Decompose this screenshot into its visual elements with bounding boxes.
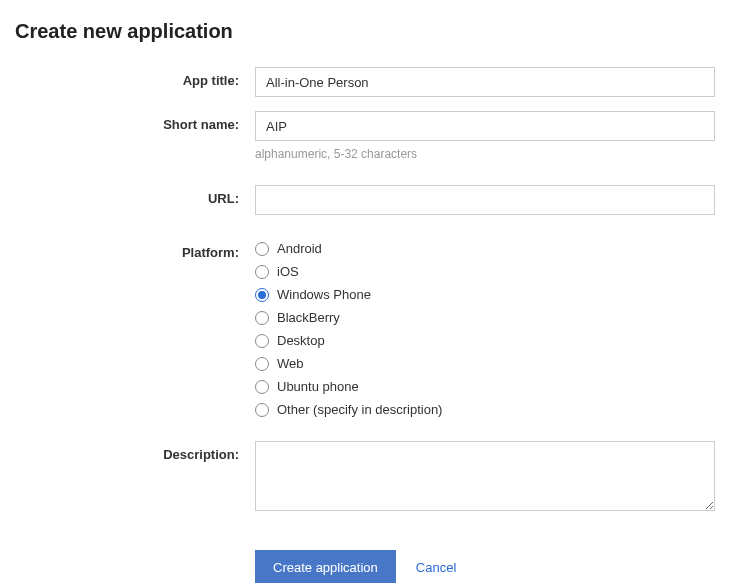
radio-icon — [255, 288, 269, 302]
radio-icon — [255, 334, 269, 348]
cancel-link[interactable]: Cancel — [416, 560, 456, 575]
short-name-row: Short name: alphanumeric, 5-32 character… — [15, 111, 738, 161]
radio-icon — [255, 311, 269, 325]
radio-icon — [255, 265, 269, 279]
radio-label: iOS — [277, 264, 299, 279]
radio-icon — [255, 403, 269, 417]
url-row: URL: — [15, 185, 738, 215]
button-row-container: Create application Cancel — [15, 528, 738, 583]
platform-radio-ubuntu-phone[interactable]: Ubuntu phone — [255, 379, 715, 394]
description-label: Description: — [15, 441, 255, 462]
platform-radio-list: AndroidiOSWindows PhoneBlackBerryDesktop… — [255, 239, 715, 417]
platform-radio-android[interactable]: Android — [255, 241, 715, 256]
platform-row: Platform: AndroidiOSWindows PhoneBlackBe… — [15, 239, 738, 417]
platform-radio-windows-phone[interactable]: Windows Phone — [255, 287, 715, 302]
platform-label: Platform: — [15, 239, 255, 260]
description-input[interactable] — [255, 441, 715, 511]
page-title: Create new application — [15, 20, 738, 43]
radio-label: Windows Phone — [277, 287, 371, 302]
url-input[interactable] — [255, 185, 715, 215]
short-name-label: Short name: — [15, 111, 255, 132]
description-row: Description: — [15, 441, 738, 514]
radio-label: BlackBerry — [277, 310, 340, 325]
radio-icon — [255, 242, 269, 256]
platform-radio-web[interactable]: Web — [255, 356, 715, 371]
url-label: URL: — [15, 185, 255, 206]
radio-icon — [255, 380, 269, 394]
short-name-input[interactable] — [255, 111, 715, 141]
platform-radio-desktop[interactable]: Desktop — [255, 333, 715, 348]
radio-label: Desktop — [277, 333, 325, 348]
radio-label: Other (specify in description) — [277, 402, 442, 417]
radio-label: Ubuntu phone — [277, 379, 359, 394]
radio-label: Android — [277, 241, 322, 256]
app-title-row: App title: — [15, 67, 738, 97]
short-name-hint: alphanumeric, 5-32 characters — [255, 147, 715, 161]
create-application-button[interactable]: Create application — [255, 550, 396, 583]
radio-label: Web — [277, 356, 304, 371]
platform-radio-blackberry[interactable]: BlackBerry — [255, 310, 715, 325]
radio-icon — [255, 357, 269, 371]
app-title-input[interactable] — [255, 67, 715, 97]
app-title-label: App title: — [15, 67, 255, 88]
platform-radio-other-specify-in-description[interactable]: Other (specify in description) — [255, 402, 715, 417]
platform-radio-ios[interactable]: iOS — [255, 264, 715, 279]
